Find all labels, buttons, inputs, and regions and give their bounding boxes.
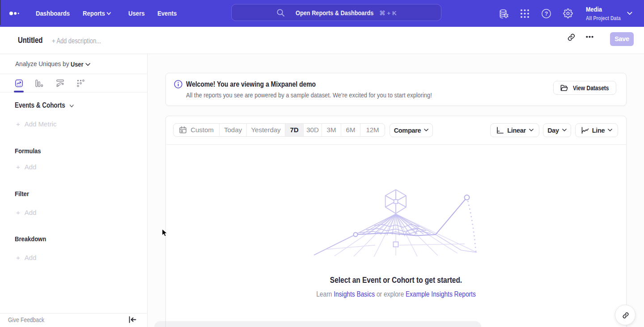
svg-text:?: ? — [545, 11, 548, 17]
